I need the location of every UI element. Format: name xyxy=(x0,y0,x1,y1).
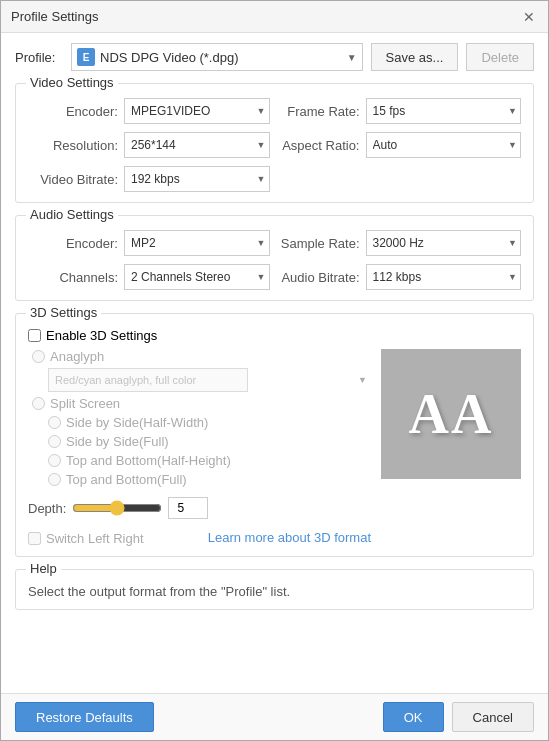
top-bottom-full-label: Top and Bottom(Full) xyxy=(66,472,187,487)
sample-rate-select-wrapper: 32000 Hz ▼ xyxy=(366,230,522,256)
resolution-select[interactable]: 256*144 xyxy=(124,132,270,158)
ok-button[interactable]: OK xyxy=(383,702,444,732)
profile-label: Profile: xyxy=(15,50,63,65)
3d-options-left: Anaglyph Red/cyan anaglyph, full color ▼… xyxy=(28,349,371,546)
audio-bitrate-label: Audio Bitrate: xyxy=(280,270,360,285)
channels-row: Channels: 2 Channels Stereo ▼ xyxy=(28,264,270,290)
enable-3d-checkbox[interactable] xyxy=(28,329,41,342)
title-bar: Profile Settings ✕ xyxy=(1,1,548,33)
top-bottom-half-radio[interactable] xyxy=(48,454,61,467)
split-screen-radio[interactable] xyxy=(32,397,45,410)
profile-select[interactable]: NDS DPG Video (*.dpg) xyxy=(71,43,363,71)
aspect-ratio-select[interactable]: Auto xyxy=(366,132,522,158)
delete-button[interactable]: Delete xyxy=(466,43,534,71)
anaglyph-radio[interactable] xyxy=(32,350,45,363)
video-bitrate-label: Video Bitrate: xyxy=(28,172,118,187)
side-by-side-half-radio[interactable] xyxy=(48,416,61,429)
audio-settings-section: Audio Settings Encoder: MP2 ▼ Sample Rat… xyxy=(15,215,534,301)
encoder-select[interactable]: MPEG1VIDEO xyxy=(124,98,270,124)
sample-rate-label: Sample Rate: xyxy=(280,236,360,251)
3d-settings-section: 3D Settings Enable 3D Settings Anaglyph … xyxy=(15,313,534,557)
audio-bitrate-row: Audio Bitrate: 112 kbps ▼ xyxy=(280,264,522,290)
profile-settings-window: Profile Settings ✕ Profile: E NDS DPG Vi… xyxy=(0,0,549,741)
bottom-bar: Restore Defaults OK Cancel xyxy=(1,693,548,740)
empty-cell xyxy=(280,166,522,192)
video-settings-title: Video Settings xyxy=(26,75,118,90)
side-by-side-half-row: Side by Side(Half-Width) xyxy=(28,415,371,430)
aspect-ratio-row: Aspect Ratio: Auto ▼ xyxy=(280,132,522,158)
frame-rate-label: Frame Rate: xyxy=(280,104,360,119)
3d-settings-title: 3D Settings xyxy=(26,305,101,320)
frame-rate-select[interactable]: 15 fps xyxy=(366,98,522,124)
switch-left-right-label: Switch Left Right xyxy=(46,531,144,546)
audio-encoder-row: Encoder: MP2 ▼ xyxy=(28,230,270,256)
side-by-side-full-radio[interactable] xyxy=(48,435,61,448)
audio-settings-title: Audio Settings xyxy=(26,207,118,222)
audio-encoder-label: Encoder: xyxy=(28,236,118,251)
top-bottom-full-row: Top and Bottom(Full) xyxy=(28,472,371,487)
enable-3d-row: Enable 3D Settings xyxy=(28,328,521,343)
sample-rate-select[interactable]: 32000 Hz xyxy=(366,230,522,256)
3d-preview: AA xyxy=(381,349,521,479)
aspect-ratio-select-wrapper: Auto ▼ xyxy=(366,132,522,158)
sample-rate-row: Sample Rate: 32000 Hz ▼ xyxy=(280,230,522,256)
video-settings-grid: Encoder: MPEG1VIDEO ▼ Frame Rate: 15 fps… xyxy=(28,98,521,192)
cancel-button[interactable]: Cancel xyxy=(452,702,534,732)
video-bitrate-select-wrapper: 192 kbps ▼ xyxy=(124,166,270,192)
switch-left-right-row: Switch Left Right xyxy=(28,531,144,546)
close-button[interactable]: ✕ xyxy=(520,8,538,26)
depth-label: Depth: xyxy=(28,501,66,516)
profile-icon: E xyxy=(77,48,95,66)
channels-select-wrapper: 2 Channels Stereo ▼ xyxy=(124,264,270,290)
profile-row: Profile: E NDS DPG Video (*.dpg) ▼ Save … xyxy=(15,43,534,71)
window-title: Profile Settings xyxy=(11,9,98,24)
resolution-row: Resolution: 256*144 ▼ xyxy=(28,132,270,158)
bottom-right-buttons: OK Cancel xyxy=(383,702,534,732)
help-text: Select the output format from the "Profi… xyxy=(28,584,521,599)
side-by-side-full-label: Side by Side(Full) xyxy=(66,434,169,449)
aspect-ratio-label: Aspect Ratio: xyxy=(280,138,360,153)
enable-3d-label[interactable]: Enable 3D Settings xyxy=(46,328,157,343)
audio-encoder-select-wrapper: MP2 ▼ xyxy=(124,230,270,256)
anaglyph-label: Anaglyph xyxy=(50,349,104,364)
anaglyph-select-wrapper: Red/cyan anaglyph, full color ▼ xyxy=(48,368,371,392)
3d-content: Anaglyph Red/cyan anaglyph, full color ▼… xyxy=(28,349,521,546)
top-bottom-half-label: Top and Bottom(Half-Height) xyxy=(66,453,231,468)
audio-settings-grid: Encoder: MP2 ▼ Sample Rate: 32000 Hz ▼ xyxy=(28,230,521,290)
top-bottom-full-radio[interactable] xyxy=(48,473,61,486)
video-bitrate-row: Video Bitrate: 192 kbps ▼ xyxy=(28,166,270,192)
channels-label: Channels: xyxy=(28,270,118,285)
restore-defaults-button[interactable]: Restore Defaults xyxy=(15,702,154,732)
help-section: Help Select the output format from the "… xyxy=(15,569,534,610)
resolution-label: Resolution: xyxy=(28,138,118,153)
frame-rate-select-wrapper: 15 fps ▼ xyxy=(366,98,522,124)
profile-select-wrapper: E NDS DPG Video (*.dpg) ▼ xyxy=(71,43,363,71)
depth-input[interactable] xyxy=(168,497,208,519)
aa-preview-text: AA xyxy=(409,382,494,446)
depth-slider[interactable] xyxy=(72,500,162,516)
split-screen-label: Split Screen xyxy=(50,396,120,411)
audio-bitrate-select-wrapper: 112 kbps ▼ xyxy=(366,264,522,290)
main-content: Profile: E NDS DPG Video (*.dpg) ▼ Save … xyxy=(1,33,548,693)
frame-rate-row: Frame Rate: 15 fps ▼ xyxy=(280,98,522,124)
anaglyph-row: Anaglyph xyxy=(28,349,371,364)
learn-more-link[interactable]: Learn more about 3D format xyxy=(208,530,371,545)
channels-select[interactable]: 2 Channels Stereo xyxy=(124,264,270,290)
encoder-row: Encoder: MPEG1VIDEO ▼ xyxy=(28,98,270,124)
anaglyph-dropdown-icon: ▼ xyxy=(358,375,367,385)
video-bitrate-select[interactable]: 192 kbps xyxy=(124,166,270,192)
side-by-side-full-row: Side by Side(Full) xyxy=(28,434,371,449)
switch-left-right-checkbox[interactable] xyxy=(28,532,41,545)
save-as-button[interactable]: Save as... xyxy=(371,43,459,71)
audio-encoder-select[interactable]: MP2 xyxy=(124,230,270,256)
audio-bitrate-select[interactable]: 112 kbps xyxy=(366,264,522,290)
side-by-side-half-label: Side by Side(Half-Width) xyxy=(66,415,208,430)
anaglyph-option-select[interactable]: Red/cyan anaglyph, full color xyxy=(48,368,248,392)
encoder-label: Encoder: xyxy=(28,104,118,119)
top-bottom-half-row: Top and Bottom(Half-Height) xyxy=(28,453,371,468)
help-title: Help xyxy=(26,561,61,576)
split-screen-row: Split Screen xyxy=(28,396,371,411)
depth-row: Depth: xyxy=(28,497,371,519)
resolution-select-wrapper: 256*144 ▼ xyxy=(124,132,270,158)
encoder-select-wrapper: MPEG1VIDEO ▼ xyxy=(124,98,270,124)
